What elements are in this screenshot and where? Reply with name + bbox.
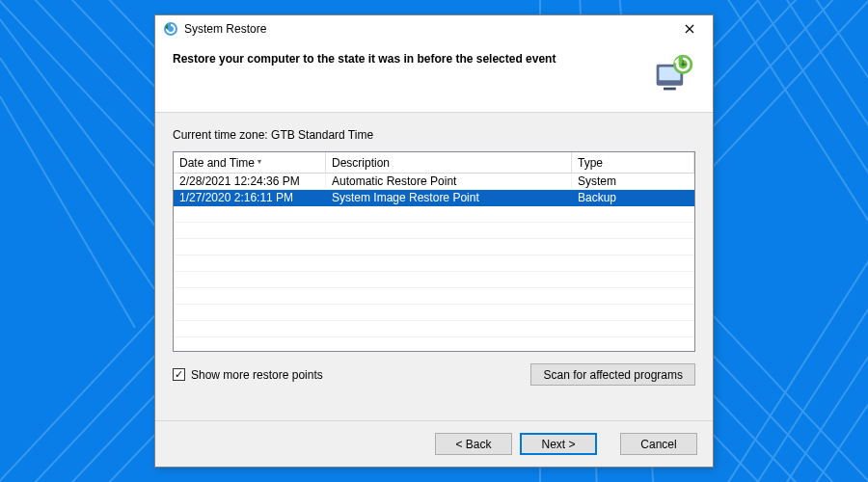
- column-header-type-label: Type: [578, 156, 603, 170]
- cell-desc: Automatic Restore Point: [326, 174, 572, 188]
- next-button[interactable]: Next >: [520, 433, 597, 455]
- timezone-label: Current time zone: GTB Standard Time: [173, 128, 695, 142]
- content-area: Current time zone: GTB Standard Time Dat…: [155, 113, 713, 420]
- list-body[interactable]: 2/28/2021 12:24:36 PMAutomatic Restore P…: [174, 174, 694, 351]
- window-title: System Restore: [184, 22, 670, 36]
- table-row-empty: [174, 288, 694, 305]
- table-row[interactable]: 1/27/2020 2:16:11 PMSystem Image Restore…: [174, 190, 694, 206]
- checkbox-icon: [173, 368, 185, 381]
- cell-date: 2/28/2021 12:24:36 PM: [174, 174, 326, 188]
- table-row-empty: [174, 239, 694, 255]
- system-restore-dialog: System Restore Restore your computer to …: [154, 14, 714, 468]
- wizard-footer: < Back Next > Cancel: [155, 420, 713, 467]
- table-row-empty: [174, 305, 694, 321]
- desktop-wallpaper: System Restore Restore your computer to …: [0, 0, 868, 482]
- titlebar: System Restore: [155, 15, 713, 42]
- back-button[interactable]: < Back: [435, 433, 512, 455]
- cell-type: System: [572, 174, 694, 188]
- system-restore-icon: [163, 21, 178, 37]
- show-more-checkbox[interactable]: Show more restore points: [173, 368, 323, 382]
- under-list-row: Show more restore points Scan for affect…: [173, 363, 695, 386]
- table-row[interactable]: 2/28/2021 12:24:36 PMAutomatic Restore P…: [174, 174, 694, 190]
- table-row-empty: [174, 206, 694, 223]
- restore-points-list: Date and Time ▾ Description Type 2/28/20…: [173, 151, 695, 352]
- show-more-label: Show more restore points: [191, 368, 323, 382]
- column-header-description[interactable]: Description: [326, 152, 572, 173]
- scan-affected-button[interactable]: Scan for affected programs: [530, 363, 695, 386]
- restore-hero-icon: [653, 52, 695, 94]
- table-row-empty: [174, 255, 694, 272]
- table-row-empty: [174, 223, 694, 239]
- column-header-date[interactable]: Date and Time ▾: [174, 152, 326, 173]
- column-header-date-label: Date and Time: [179, 156, 255, 170]
- column-header-description-label: Description: [332, 156, 390, 170]
- cancel-button[interactable]: Cancel: [620, 433, 697, 455]
- cell-desc: System Image Restore Point: [326, 191, 572, 204]
- list-header: Date and Time ▾ Description Type: [174, 152, 694, 174]
- column-header-type[interactable]: Type: [572, 152, 694, 173]
- sort-indicator-icon: ▾: [258, 157, 261, 166]
- cell-type: Backup: [572, 191, 694, 204]
- table-row-empty: [174, 321, 694, 337]
- timezone-prefix: Current time zone:: [173, 128, 271, 142]
- svg-rect-3: [664, 88, 676, 91]
- table-row-empty: [174, 272, 694, 288]
- cell-date: 1/27/2020 2:16:11 PM: [174, 191, 326, 204]
- close-button[interactable]: [670, 17, 709, 40]
- timezone-value: GTB Standard Time: [271, 128, 373, 142]
- table-row-empty: [174, 337, 694, 351]
- page-heading: Restore your computer to the state it wa…: [173, 52, 641, 66]
- header-strip: Restore your computer to the state it wa…: [155, 42, 713, 113]
